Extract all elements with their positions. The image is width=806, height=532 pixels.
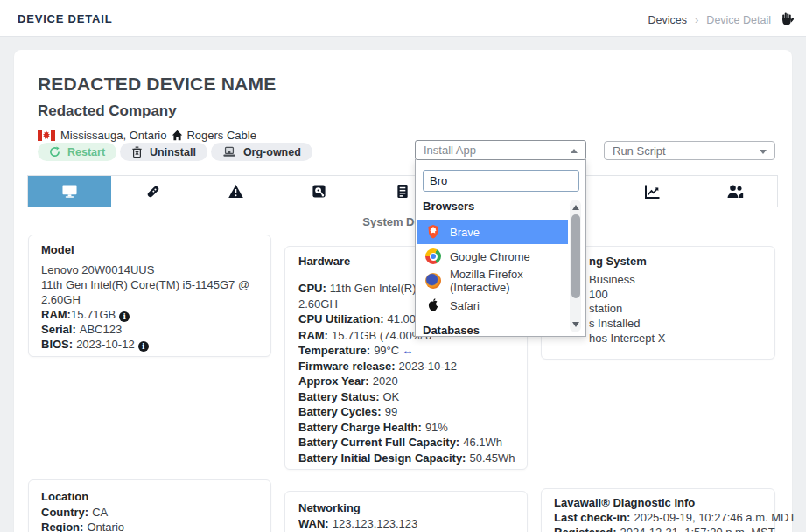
chevron-right-icon: › (695, 13, 698, 26)
firefox-icon (425, 273, 441, 289)
tab-applications[interactable] (111, 176, 194, 206)
network-name-text: Rogers Cable (186, 129, 256, 142)
group-browsers: Browsers (423, 200, 474, 213)
ram-line: RAM:15.71GBi (41, 307, 258, 322)
model-line: Lenovo 20W0014UUS (41, 262, 258, 277)
alerts-warning-icon (228, 184, 244, 199)
action-buttons: Restart Uninstall Org-owned (38, 143, 312, 161)
registered-line: Registered:2024-12-31, 1:57:20 p.m. MST (554, 525, 762, 532)
scrollbar-thumb[interactable] (571, 214, 580, 298)
company-name: Redacted Company (38, 102, 177, 120)
last-checkin-line: Last check-in:2025-09-19, 10:27:46 a.m. … (554, 510, 762, 525)
laptop-icon (222, 146, 236, 158)
tab-display[interactable] (28, 176, 111, 206)
networking-card-title: Networking (298, 500, 514, 516)
country-line: Country:CA (41, 505, 258, 521)
install-app-select[interactable]: Install App (415, 140, 586, 160)
bios-line: BIOS:2023-10-12i (41, 337, 258, 352)
tab-bar (27, 175, 778, 207)
restart-button[interactable]: Restart (38, 143, 116, 161)
hw-row-batt-cycles: Battery Cycles:99 (298, 404, 514, 420)
logs-document-icon (396, 184, 409, 199)
refresh-icon (49, 146, 60, 158)
chrome-icon (425, 248, 441, 264)
location-row: Mississauga, Ontario Rogers Cable (38, 128, 256, 142)
hw-row-batt-status: Battery Status:OK (298, 389, 514, 405)
hw-row-temp: Temperature:99°C↔ (298, 343, 514, 359)
tab-metrics[interactable] (611, 176, 694, 206)
tab-users[interactable] (694, 176, 777, 206)
brave-icon (425, 224, 441, 240)
tab-storage[interactable] (277, 176, 361, 206)
networking-card: Networking WAN:123.123.123.123 (284, 491, 528, 532)
location-card-title: Location (41, 489, 258, 505)
home-icon (172, 130, 183, 141)
dropdown-item-google-chrome[interactable]: Google Chrome (417, 244, 568, 269)
dropdown-item-brave[interactable]: Brave (417, 220, 568, 244)
breadcrumb: Devices › Device Detail (648, 11, 794, 28)
run-script-placeholder: Run Script (613, 144, 666, 158)
scroll-down-icon[interactable] (572, 322, 579, 327)
canada-flag-icon (38, 130, 55, 141)
metrics-chart-icon (644, 184, 661, 200)
info-icon[interactable]: i (138, 341, 149, 352)
device-name: REDACTED DEVICE NAME (38, 74, 276, 94)
section-title: System Details (14, 215, 792, 228)
lavawall-card-title: Lavawall® Diagnostic Info (554, 495, 762, 510)
region-line: Region:Ontario (41, 520, 258, 532)
run-script-select[interactable]: Run Script (604, 141, 775, 160)
dropdown-scrollbar[interactable] (570, 200, 581, 332)
hw-row-firmware: Firmware release:2023-10-12 (298, 359, 514, 374)
left-right-arrow-icon: ↔ (402, 344, 413, 357)
trash-icon (131, 146, 143, 158)
city-region-text: Mississauga, Ontario (60, 129, 166, 142)
device-detail-screen: DEVICE DETAIL Devices › Device Detail RE… (0, 0, 806, 532)
top-bar: DEVICE DETAIL Devices › Device Detail (0, 0, 806, 37)
dropdown-item-safari[interactable]: Safari (417, 293, 568, 318)
tab-alerts[interactable] (194, 176, 277, 206)
apps-pill-icon (145, 184, 161, 200)
breadcrumb-devices-link[interactable]: Devices (648, 14, 687, 26)
storage-drive-icon (312, 184, 326, 199)
display-icon (61, 184, 78, 199)
serial-line: Serial:ABC123 (41, 322, 258, 337)
info-icon[interactable]: i (119, 312, 130, 322)
scroll-up-icon[interactable] (572, 205, 579, 210)
model-card: Model Lenovo 20W0014UUS 11th Gen Intel(R… (28, 234, 271, 357)
breadcrumb-current: Device Detail (706, 14, 771, 26)
dropdown-item-mozilla-firefox[interactable]: Mozilla Firefox (Interactive) (417, 269, 568, 293)
hand-icon[interactable] (781, 11, 794, 28)
page-title: DEVICE DETAIL (18, 12, 112, 25)
hw-row-batt-design: Battery Initial Design Capacity:50.45Wh (298, 451, 514, 466)
apple-icon (425, 298, 441, 313)
install-app-placeholder: Install App (424, 144, 476, 157)
cpu-line: 11th Gen Intel(R) Core(TM) i5-1145G7 @ 2… (41, 277, 258, 307)
users-icon (726, 184, 744, 199)
lavawall-diagnostic-card: Lavawall® Diagnostic Info Last check-in:… (541, 488, 775, 532)
uninstall-button[interactable]: Uninstall (120, 143, 207, 161)
chevron-down-icon (760, 150, 767, 154)
org-owned-badge[interactable]: Org-owned (211, 143, 312, 161)
hw-row-batt-health: Battery Charge Health:91% (298, 420, 514, 436)
chevron-up-icon (571, 149, 578, 153)
wan-line: WAN:123.123.123.123 (298, 516, 514, 532)
hw-row-batt-full: Battery Current Full Capacity:46.1Wh (298, 435, 514, 451)
app-search-input[interactable] (423, 170, 579, 192)
group-databases: Databases (423, 324, 480, 337)
install-app-dropdown: Browsers Brave Google Chrome Mozilla Fir… (415, 159, 586, 337)
model-card-title: Model (41, 243, 258, 256)
hw-row-year: Approx Year:2020 (298, 374, 514, 389)
location-card: Location Country:CA Region:Ontario (28, 480, 271, 532)
